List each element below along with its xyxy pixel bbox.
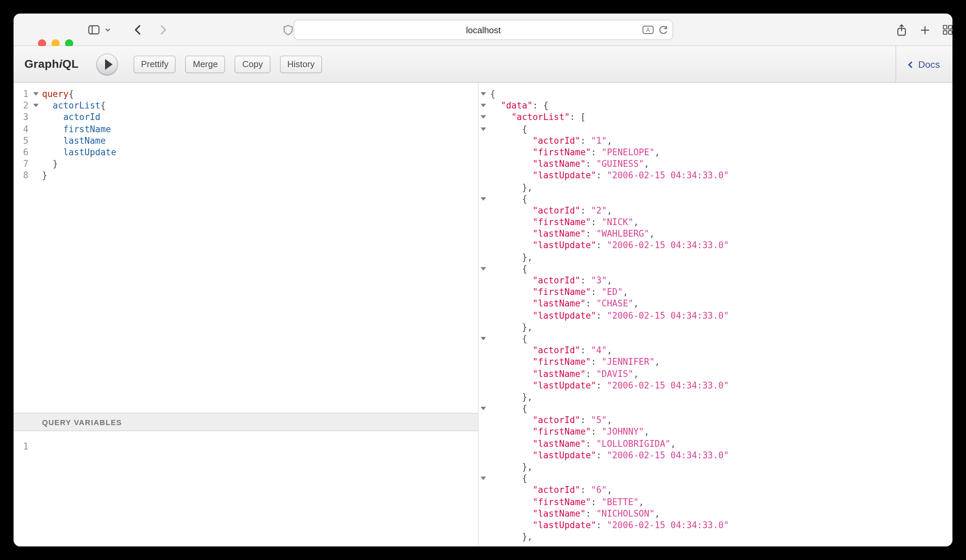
query-variables-title: QUERY VARIABLES: [42, 418, 122, 426]
result-gutter-row: [479, 240, 488, 251]
query-code-line[interactable]: lastName: [42, 135, 116, 146]
result-viewer: { "data": { "actorList": [ { "actorId": …: [488, 83, 729, 547]
variables-editor[interactable]: 1: [13, 431, 478, 547]
result-code-line: },: [490, 391, 729, 403]
tab-overview-icon[interactable]: [940, 13, 953, 46]
gutter-row: 6: [13, 146, 41, 158]
copy-button[interactable]: Copy: [235, 55, 271, 73]
share-icon[interactable]: [894, 13, 910, 46]
result-code-line: "firstName": "BETTE",: [490, 496, 729, 507]
back-icon[interactable]: [130, 13, 145, 46]
reload-icon[interactable]: [658, 25, 669, 35]
result-code-line: "lastName": "DAVIS",: [490, 368, 729, 379]
line-number: 7: [13, 158, 31, 169]
result-code-line: {: [490, 193, 729, 204]
forward-icon[interactable]: [156, 13, 171, 46]
fold-arrow-icon[interactable]: [481, 127, 486, 130]
fold-arrow-icon[interactable]: [481, 104, 486, 107]
query-code-line[interactable]: }: [42, 170, 116, 181]
browser-window: localhost A Gr: [13, 13, 953, 547]
fold-arrow-icon[interactable]: [33, 92, 39, 95]
fold-arrow-icon[interactable]: [481, 92, 486, 95]
query-code-line[interactable]: lastUpdate: [42, 146, 116, 158]
result-code-line: {: [490, 473, 729, 484]
result-code-line: "firstName": "PENELOPE",: [490, 146, 729, 158]
result-gutter-row: [479, 100, 488, 111]
merge-button[interactable]: Merge: [186, 55, 225, 73]
result-gutter-row: [479, 450, 488, 461]
result-code-line: {: [490, 263, 729, 274]
result-gutter-row: [479, 438, 488, 449]
result-code-line: "firstName": "JOHNNY",: [490, 426, 729, 438]
query-code-line[interactable]: firstName: [42, 123, 116, 135]
result-gutter-row: [479, 321, 488, 333]
line-number: 4: [13, 123, 31, 135]
execute-query-button[interactable]: [96, 53, 118, 75]
gutter-row: 3: [13, 112, 41, 123]
docs-toggle-button[interactable]: Docs: [895, 46, 953, 82]
result-gutter-row: [479, 426, 488, 438]
fold-arrow-icon[interactable]: [481, 267, 486, 271]
result-gutter-row: [479, 158, 488, 169]
gutter-row: 1: [13, 88, 41, 100]
result-gutter-row: [479, 345, 488, 356]
fold-arrow-icon[interactable]: [481, 407, 486, 410]
query-code-line[interactable]: actorId: [42, 112, 116, 123]
query-editor[interactable]: 12345678 query{ actorList{ actorId first…: [13, 83, 478, 413]
history-button[interactable]: History: [279, 55, 322, 73]
result-code-line: "actorId": "2",: [490, 205, 729, 216]
new-tab-icon[interactable]: [917, 13, 933, 46]
result-code-line: "actorId": "6",: [490, 484, 729, 496]
result-code-line: },: [490, 531, 729, 542]
fold-arrow-icon[interactable]: [481, 477, 486, 480]
gutter-row: 4: [13, 123, 41, 135]
variables-editor-code[interactable]: [41, 431, 42, 547]
result-code-line: "data": {: [490, 100, 729, 111]
gutter-row: 5: [13, 135, 41, 146]
query-editor-gutter: 12345678: [13, 83, 41, 413]
line-number: 5: [13, 135, 31, 146]
result-gutter-row: [479, 379, 488, 391]
result-pane: { "data": { "actorList": [ { "actorId": …: [479, 83, 953, 547]
result-code-line: "lastUpdate": "2006-02-15 04:34:33.0": [490, 379, 729, 391]
result-code-line: {: [490, 403, 729, 414]
result-code-line: "firstName": "JENNIFER",: [490, 356, 729, 368]
line-number: 1: [13, 88, 31, 100]
query-code-line[interactable]: actorList{: [42, 100, 116, 111]
address-bar[interactable]: localhost A: [294, 20, 673, 40]
result-gutter-row: [479, 193, 488, 204]
result-gutter-row: [479, 508, 488, 519]
result-gutter-row: [479, 403, 488, 414]
query-code-line[interactable]: query{: [42, 88, 116, 100]
translate-icon[interactable]: A: [642, 25, 654, 34]
address-bar-url: localhost: [466, 25, 501, 35]
fold-arrow-icon[interactable]: [481, 337, 486, 340]
result-code-line: "lastName": "WAHLBERG",: [490, 228, 729, 240]
result-code-line: {: [490, 333, 729, 345]
result-gutter-row: [479, 473, 488, 484]
svg-text:A: A: [646, 27, 650, 33]
result-gutter-row: [479, 415, 488, 426]
result-gutter-row: [479, 519, 488, 531]
sidebar-toggle-icon[interactable]: [85, 13, 102, 46]
result-gutter-row: [479, 146, 488, 158]
fold-arrow-icon[interactable]: [481, 116, 486, 119]
graphiql-toolbar: GraphiQL Prettify Merge Copy History Doc…: [13, 46, 953, 83]
fold-arrow-icon[interactable]: [33, 104, 39, 107]
result-gutter-row: [479, 228, 488, 240]
result-gutter-row: [479, 484, 488, 496]
graphiql-logo: GraphiQL: [25, 57, 79, 71]
prettify-button[interactable]: Prettify: [133, 55, 176, 73]
result-gutter-row: [479, 368, 488, 379]
result-gutter-row: [479, 251, 488, 263]
fold-arrow-icon[interactable]: [481, 197, 486, 201]
gutter-row: 1: [13, 441, 41, 452]
result-code-line: },: [490, 321, 729, 333]
sidebar-chevron-down-icon[interactable]: [103, 13, 113, 46]
query-editor-code[interactable]: query{ actorList{ actorId firstName last…: [41, 83, 116, 413]
browser-toolbar: localhost A: [13, 13, 953, 46]
result-code-line: {: [490, 88, 729, 100]
result-gutter-row: [479, 205, 488, 216]
query-code-line[interactable]: }: [42, 158, 116, 169]
result-code-line: "lastUpdate": "2006-02-15 04:34:33.0": [490, 309, 729, 321]
